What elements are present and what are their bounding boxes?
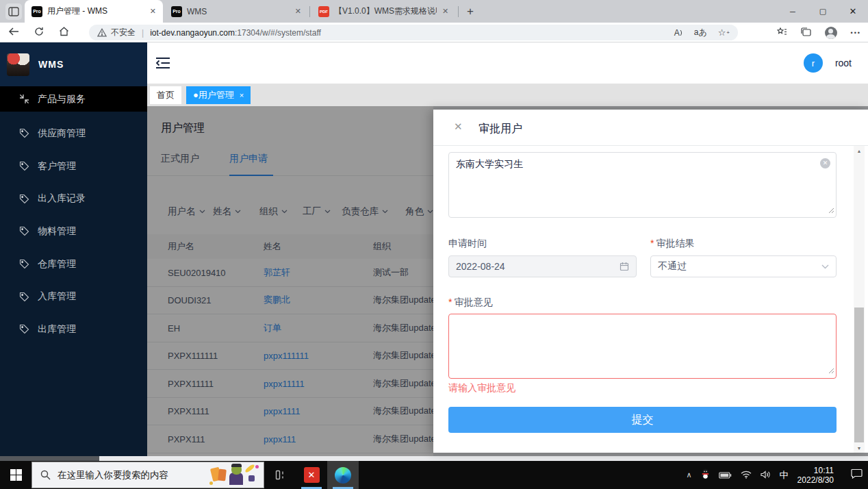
sidebar-fold-icon[interactable]: [155, 57, 170, 72]
tab-user-management[interactable]: ●用户管理 ×: [186, 86, 251, 104]
home-button[interactable]: [59, 27, 69, 39]
notification-center-icon[interactable]: [851, 468, 863, 481]
apply-time-label: 申请时间: [448, 238, 487, 250]
sidebar-item-label: 客户管理: [38, 160, 76, 173]
sidebar-item-label: 出库管理: [38, 323, 76, 336]
search-highlights-illustration[interactable]: [209, 463, 262, 487]
app-sidebar: WMS 产品与服务 供应商管理 客户管理 出入库记录 物料管理: [0, 42, 147, 456]
submit-button[interactable]: 提交: [448, 407, 837, 433]
tag-icon: [19, 324, 29, 334]
address-bar[interactable]: 不安全 | iot-dev.nangaoyun.com:17304/w/#/sy…: [89, 25, 738, 40]
add-favorite-icon[interactable]: ☆+: [718, 27, 730, 38]
translate-icon[interactable]: aあ: [694, 27, 707, 38]
tag-icon: [19, 292, 29, 302]
sidebar-item-products[interactable]: 产品与服务: [0, 86, 147, 112]
sidebar-menu: 供应商管理 客户管理 出入库记录 物料管理 仓库管理 入库管理: [0, 117, 147, 346]
window-controls: ─ ▢ ✕: [778, 0, 868, 23]
result-value: 不通过: [658, 260, 821, 273]
sidebar-item-label: 供应商管理: [38, 127, 86, 140]
insecure-warning-icon: [97, 28, 107, 37]
drawer-title: 审批用户: [478, 122, 522, 136]
wifi-icon[interactable]: [741, 469, 752, 481]
tray-expand-icon[interactable]: ∧: [687, 471, 692, 479]
tag-icon: [19, 226, 29, 236]
scrollbar-thumb[interactable]: [854, 308, 864, 442]
tab-close-icon[interactable]: ✕: [442, 7, 448, 16]
tab-actions-menu-button[interactable]: [5, 3, 22, 20]
description-value: 东南大学实习生: [456, 158, 523, 169]
tab-divider: [458, 6, 459, 17]
tab-title: 用户管理 - WMS: [47, 5, 144, 17]
ime-indicator[interactable]: 中: [780, 469, 789, 481]
taskbar-clock[interactable]: 10:11 2022/8/30: [797, 466, 834, 485]
browser-menu-icon[interactable]: •••: [851, 29, 861, 36]
sidebar-item-warehouses[interactable]: 仓库管理: [0, 248, 147, 281]
sidebar-header: WMS: [0, 42, 147, 86]
description-textarea[interactable]: 东南大学实习生 ✕: [448, 152, 837, 218]
browser-tab[interactable]: PDF 【V1.0.0】WMS需求规格说明书 ✕: [311, 0, 457, 23]
user-avatar[interactable]: r: [804, 53, 823, 73]
refresh-button[interactable]: [34, 27, 44, 39]
tab-close-icon[interactable]: ×: [240, 91, 244, 99]
result-select[interactable]: 不通过: [650, 255, 837, 277]
username-label[interactable]: root: [835, 58, 852, 68]
scroll-down-icon[interactable]: ▼: [854, 443, 865, 453]
taskbar-search-box[interactable]: 在这里输入你要搜索的内容: [31, 462, 264, 488]
search-placeholder: 在这里输入你要搜索的内容: [58, 469, 168, 481]
screen: Pro 用户管理 - WMS ✕ Pro WMS ✕ PDF 【V1.0.0】W…: [0, 0, 868, 489]
tab-divider: [309, 6, 310, 17]
browser-titlebar: Pro 用户管理 - WMS ✕ Pro WMS ✕ PDF 【V1.0.0】W…: [0, 0, 868, 23]
sidebar-item-outbound[interactable]: 出库管理: [0, 313, 147, 346]
opinion-textarea[interactable]: [448, 314, 837, 379]
tab-home[interactable]: 首页: [150, 86, 181, 104]
security-label[interactable]: 不安全: [111, 27, 136, 38]
restore-button[interactable]: ▢: [808, 0, 838, 23]
edge-browser-icon[interactable]: [327, 461, 359, 489]
main-content: 用户管理 正式用户 用户申请 用户名 姓名 组织 工厂 负责仓库 角色 用户名 …: [147, 106, 868, 456]
close-window-button[interactable]: ✕: [838, 0, 868, 23]
browser-tab-active[interactable]: Pro 用户管理 - WMS ✕: [25, 0, 163, 23]
edge-logo-icon: [335, 467, 351, 484]
back-button[interactable]: [8, 27, 19, 39]
favorites-hub-icon[interactable]: [777, 27, 787, 39]
horizontal-scrollbar-thumb[interactable]: [0, 456, 99, 461]
sidebar-item-customers[interactable]: 客户管理: [0, 150, 147, 183]
minimize-button[interactable]: ─: [778, 0, 808, 23]
sidebar-item-label: 出入库记录: [38, 192, 86, 205]
system-tray: ∧ 中 10:11 2022/8/30: [687, 461, 863, 489]
tab-close-icon[interactable]: ✕: [150, 7, 156, 16]
drawer-scrollbar[interactable]: ▲ ▼: [854, 146, 865, 453]
search-icon: [40, 470, 51, 480]
red-x-app-icon[interactable]: ✕: [296, 461, 327, 489]
scroll-up-icon[interactable]: ▲: [854, 146, 865, 155]
clear-input-icon[interactable]: ✕: [820, 158, 830, 168]
drawer-close-icon[interactable]: ✕: [454, 121, 463, 131]
qq-tray-icon[interactable]: [701, 468, 710, 482]
collections-icon[interactable]: [801, 27, 811, 39]
sidebar-item-suppliers[interactable]: 供应商管理: [0, 117, 147, 150]
start-button[interactable]: [0, 461, 31, 489]
windows-logo-icon: [10, 469, 22, 481]
pro-favicon: Pro: [31, 6, 42, 17]
browser-tab[interactable]: Pro WMS ✕: [164, 0, 308, 23]
apply-time-value: 2022-08-24: [456, 261, 620, 272]
app-window-icon[interactable]: [264, 461, 296, 489]
horizontal-scrollbar[interactable]: [0, 456, 868, 461]
resize-handle-icon[interactable]: [828, 205, 834, 216]
tab-close-icon[interactable]: ✕: [295, 7, 301, 16]
sidebar-item-inout-records[interactable]: 出入库记录: [0, 182, 147, 215]
sidebar-item-inbound[interactable]: 入库管理: [0, 280, 147, 313]
read-aloud-icon[interactable]: A: [674, 28, 683, 38]
volume-icon[interactable]: [761, 469, 771, 481]
x-glyph: ✕: [304, 467, 320, 483]
new-tab-button[interactable]: +: [467, 5, 474, 18]
resize-handle-icon[interactable]: [828, 364, 834, 377]
tab-title: WMS: [187, 7, 290, 16]
approve-user-drawer: ✕ 审批用户 东南大学实习生 ✕ 申请时间 *审批结果 2022-08-24 不…: [433, 110, 868, 453]
browser-profile-avatar[interactable]: [825, 27, 837, 39]
tray-date: 2022/8/30: [797, 475, 834, 485]
sidebar-item-materials[interactable]: 物料管理: [0, 215, 147, 248]
apply-time-input[interactable]: 2022-08-24: [448, 255, 637, 277]
battery-icon[interactable]: [719, 469, 732, 481]
opinion-error-message: 请输入审批意见: [448, 382, 515, 394]
